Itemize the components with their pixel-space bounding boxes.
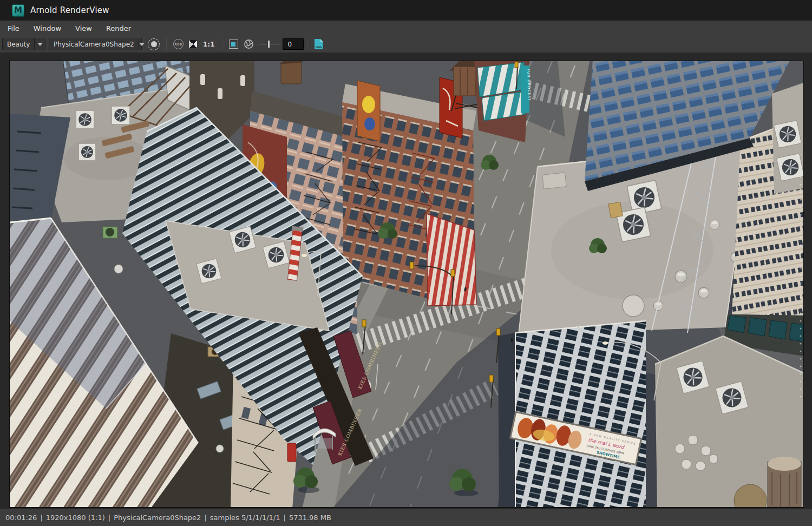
crate [608,202,623,218]
ab-compare-icon[interactable] [189,40,197,48]
status-memory: 5731.98 MB [289,514,331,522]
aperture-icon[interactable] [244,39,254,49]
exposure-slider-handle[interactable] [267,40,270,48]
title-bar: M Arnold RenderView [0,0,812,21]
aov-dropdown-value: Beauty [3,41,34,48]
menu-view[interactable]: View [69,22,99,35]
exposure-slider[interactable] [259,38,280,50]
menu-bar: File Window View Render [0,21,812,36]
aov-dropdown[interactable]: Beauty [2,38,45,50]
menu-render[interactable]: Render [100,22,137,35]
status-render-time: 00:01:26 [5,514,37,522]
chevron-down-icon[interactable] [34,38,45,50]
status-resolution: 1920x1080 (1:1) [46,514,105,522]
log-file-icon[interactable]: LOG [315,39,323,49]
status-samples: samples 5/1/1/1/1/1 [210,514,280,522]
lamp-head [603,341,608,345]
status-bar: 00:01:26 | 1920x1080 (1:1) | PhysicalCam… [0,509,812,526]
menu-file[interactable]: File [1,22,26,35]
toolbar-separator [166,38,167,50]
chevron-down-icon[interactable] [139,38,145,50]
exposure-input[interactable] [283,38,304,50]
water-tower-small [279,61,304,84]
lamp-head [302,254,307,257]
camera-dropdown[interactable]: PhysicalCamera0Shape2 [49,38,142,50]
rooftop-corner-fans [772,83,803,194]
maya-app-icon: M [12,4,24,17]
camera-dropdown-value: PhysicalCamera0Shape2 [49,41,139,48]
tower-shaded-face [498,333,515,507]
toolbar-separator [307,38,308,50]
menu-window[interactable]: Window [27,22,68,35]
zoom-ratio-label[interactable]: 1:1 [203,41,215,48]
status-camera: PhysicalCamera0Shape2 [114,514,201,522]
start-render-icon[interactable] [148,38,160,50]
satellite-dish [216,445,224,452]
building-teal-grocery: FUN GROCERY [474,61,532,142]
crop-region-icon[interactable] [229,40,238,49]
toolbar: Beauty PhysicalCamera0Shape2 RGB 1:1 [0,36,812,52]
satellite-dish [114,265,123,273]
rendered-image[interactable]: DISCOUNT CITY [9,61,804,508]
render-viewport: DISCOUNT CITY [0,52,812,509]
toolbar-separator [222,38,222,50]
arnold-renderview-window: M Arnold RenderView File Window View Ren… [0,0,812,526]
water-tower-rusty [768,457,801,507]
city-render-scene: DISCOUNT CITY [10,61,803,507]
bus-shelter [313,429,336,452]
rgb-channels-icon[interactable]: RGB [173,39,184,49]
tower-facade [515,321,646,507]
roof-dome [623,295,644,317]
red-storefront-sign [287,443,296,462]
window-title: Arnold RenderView [30,5,109,15]
